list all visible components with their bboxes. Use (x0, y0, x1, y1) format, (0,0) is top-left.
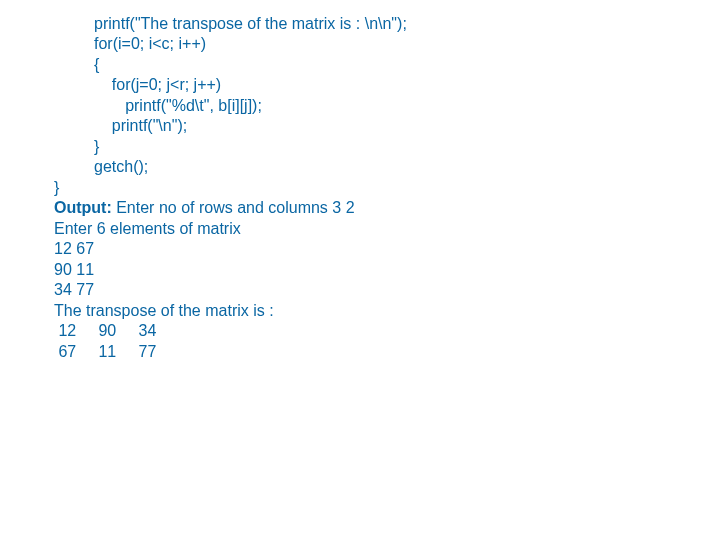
code-line: for(i=0; i<c; i++) (54, 34, 700, 54)
output-line: The transpose of the matrix is : (54, 301, 700, 321)
output-label: Output: (54, 199, 112, 216)
document-page: printf("The transpose of the matrix is :… (0, 0, 720, 382)
output-line: Enter 6 elements of matrix (54, 219, 700, 239)
code-line: printf("\n"); (54, 116, 700, 136)
output-line: 34 77 (54, 280, 700, 300)
output-line: Enter no of rows and columns 3 2 (112, 199, 355, 216)
code-line: } (54, 178, 700, 198)
code-line: for(j=0; j<r; j++) (54, 75, 700, 95)
output-line: 67 11 77 (54, 342, 700, 362)
code-line: printf("The transpose of the matrix is :… (54, 14, 700, 34)
code-line: getch(); (54, 157, 700, 177)
code-line: printf("%d\t", b[i][j]); (54, 96, 700, 116)
code-line: { (54, 55, 700, 75)
output-heading-line: Output: Enter no of rows and columns 3 2 (54, 198, 700, 218)
output-line: 90 11 (54, 260, 700, 280)
output-line: 12 90 34 (54, 321, 700, 341)
code-line: } (54, 137, 700, 157)
output-line: 12 67 (54, 239, 700, 259)
